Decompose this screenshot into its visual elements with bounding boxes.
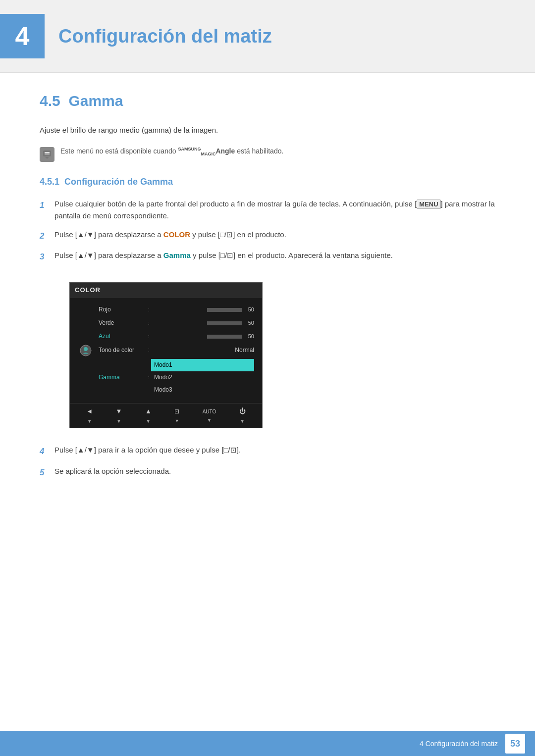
menu-row-gamma: Gamma : Modo1 Modo2 Modo3 (99, 357, 254, 399)
footer-btn-down: ▼ ▼ (116, 406, 122, 425)
steps-list: 1 Pulse cualquier botón de la parte fron… (40, 198, 495, 479)
page-footer: 4 Configuración del matiz 53 (0, 731, 535, 756)
svg-point-4 (84, 347, 88, 351)
note-magic: MAGIC (201, 151, 215, 156)
monitor-screenshot: COLOR (69, 282, 263, 428)
chapter-number: 4 (15, 21, 30, 51)
bar-azul (207, 335, 242, 339)
dropdown-modo1: Modo1 (151, 359, 254, 371)
section-heading: 4.5 Gamma (40, 93, 495, 109)
monitor-body: Rojo : 50 Verde (70, 298, 262, 403)
menu-row-verde: Verde : 50 (99, 316, 254, 330)
footer-btn-up: ▲ ▼ (145, 406, 152, 425)
monitor-ui: COLOR (69, 282, 263, 428)
footer-btn-power: ⏻ ▼ (239, 406, 246, 425)
svg-rect-0 (43, 151, 51, 156)
subsection-heading: 4.5.1 Configuración de Gamma (40, 177, 495, 187)
menu-row-azul: Azul : 50 (99, 330, 254, 343)
footer-chapter-text: 4 Configuración del matiz (420, 740, 498, 748)
step-2-number: 2 (40, 229, 54, 243)
footer-page-number: 53 (505, 734, 525, 754)
footer-btn-auto: AUTO ▼ (203, 408, 216, 424)
gamma-keyword: Gamma (163, 251, 191, 259)
step-1: 1 Pulse cualquier botón de la parte fron… (40, 198, 495, 222)
step-5-number: 5 (40, 465, 54, 479)
main-content: 4.5 Gamma Ajuste el brillo de rango medi… (0, 93, 535, 536)
note-brand: SAMSUNG (178, 147, 201, 151)
dropdown-modo3: Modo3 (151, 384, 254, 396)
section-title: Gamma (68, 93, 123, 109)
step-1-text: Pulse cualquier botón de la parte fronta… (54, 198, 495, 222)
step-4-text: Pulse [▲/▼] para ir a la opción que dese… (54, 444, 495, 458)
step-3-text: Pulse [▲/▼] para desplazarse a Gamma y p… (54, 250, 495, 437)
footer-btn-enter: ⊡ ▼ (174, 407, 179, 425)
bar-rojo (207, 308, 242, 312)
dropdown-modo2: Modo2 (151, 371, 254, 384)
step-5: 5 Se aplicará la opción seleccionada. (40, 465, 495, 479)
chapter-badge: 4 (0, 14, 45, 58)
step-3-number: 3 (40, 250, 54, 437)
footer-btn-left: ◄ ▼ (86, 406, 93, 425)
step-4: 4 Pulse [▲/▼] para ir a la opción que de… (40, 444, 495, 458)
subsection-title: Configuración de Gamma (64, 177, 173, 187)
monitor-titlebar: COLOR (70, 283, 262, 298)
monitor-menu: Rojo : 50 Verde (99, 303, 254, 398)
note-angle: Angle (215, 147, 235, 155)
step-2-text: Pulse [▲/▼] para desplazarse a COLOR y p… (54, 229, 495, 243)
menu-row-rojo: Rojo : 50 (99, 303, 254, 316)
subsection-number: 4.5.1 (40, 177, 59, 187)
color-keyword: COLOR (163, 230, 190, 239)
note-text: Este menú no está disponible cuando SAMS… (60, 146, 283, 157)
step-1-number: 1 (40, 198, 54, 222)
page-title: Configuración del matiz (58, 26, 272, 47)
monitor-sidebar (78, 303, 94, 398)
note-icon (40, 147, 54, 162)
step-5-text: Se aplicará la opción seleccionada. (54, 465, 495, 479)
menu-key: MENU (417, 200, 440, 209)
bar-verde (207, 321, 242, 325)
menu-row-tono: Tono de color : Normal (99, 344, 254, 357)
step-2: 2 Pulse [▲/▼] para desplazarse a COLOR y… (40, 229, 495, 243)
step-3: 3 Pulse [▲/▼] para desplazarse a Gamma y… (40, 250, 495, 437)
step-4-number: 4 (40, 444, 54, 458)
note-box: Este menú no está disponible cuando SAMS… (40, 146, 495, 162)
section-number: 4.5 (40, 93, 60, 109)
monitor-footer: ◄ ▼ ▼ ▼ ▲ ▼ ⊡ (70, 403, 262, 428)
section-intro: Ajuste el brillo de rango medio (gamma) … (40, 124, 495, 136)
page-header: 4 Configuración del matiz (0, 0, 535, 73)
